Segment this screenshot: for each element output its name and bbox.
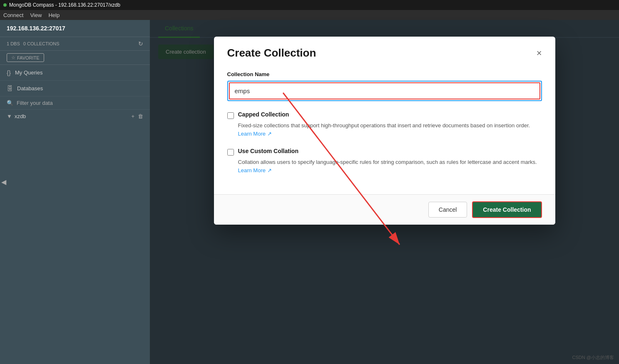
external-link-icon: ↗ — [267, 167, 272, 173]
star-icon: ☆ — [11, 55, 15, 60]
chevron-icon: ▼ — [7, 113, 12, 119]
sidebar-item-databases[interactable]: 🗄 Databases — [0, 81, 150, 97]
modal-close-button[interactable]: × — [537, 49, 542, 58]
collections-count: 0 COLLECTIONS — [23, 41, 60, 46]
menu-view[interactable]: View — [30, 12, 42, 18]
create-collection-modal: Create Collection × Collection Name Capp… — [214, 37, 555, 225]
capped-collection-label[interactable]: Capped Collection — [238, 111, 289, 118]
connection-label[interactable]: 192.168.136.22:27017 — [0, 20, 150, 37]
custom-collation-description: Collation allows users to specify langua… — [238, 158, 542, 174]
chevron-left-icon: ◀ — [1, 178, 6, 186]
delete-db-icon[interactable]: 🗑 — [138, 113, 143, 119]
sidebar-item-label: Databases — [17, 85, 43, 92]
add-db-icon[interactable]: + — [131, 113, 134, 119]
custom-collation-checkbox[interactable] — [227, 149, 234, 156]
databases-icon: 🗄 — [7, 85, 13, 92]
modal-header: Create Collection × — [214, 37, 555, 64]
collection-name-label: Collection Name — [227, 71, 542, 77]
collation-learn-more-link[interactable]: Learn More ↗ — [238, 167, 272, 173]
cancel-button[interactable]: Cancel — [428, 202, 467, 218]
dbs-count: 1 DBS — [7, 41, 20, 46]
custom-collation-section: Use Custom Collation Collation allows us… — [227, 148, 542, 174]
capped-collection-description: Fixed-size collections that support high… — [238, 121, 542, 138]
sidebar-favorite: ☆ FAVORITE — [0, 51, 150, 65]
capped-learn-more-link[interactable]: Learn More ↗ — [238, 131, 272, 137]
sidebar-stats: 1 DBS 0 COLLECTIONS ↻ — [0, 37, 150, 51]
sidebar-item-my-queries[interactable]: {} My Queries — [0, 65, 150, 81]
queries-icon: {} — [7, 69, 11, 76]
db-name: xzdb — [15, 113, 132, 119]
collection-name-wrapper — [227, 81, 542, 101]
capped-collection-section: Capped Collection Fixed-size collections… — [227, 111, 542, 138]
status-dot — [3, 3, 7, 7]
sidebar-collapse-button[interactable]: ◀ — [0, 174, 7, 191]
window-title: MongoDB Compass - 192.168.136.22:27017/x… — [9, 2, 120, 8]
collection-name-inner — [229, 82, 540, 99]
menu-help[interactable]: Help — [48, 12, 60, 18]
sidebar-db-item-xzdb[interactable]: ▼ xzdb + 🗑 — [0, 110, 150, 123]
sidebar-filter[interactable]: 🔍 Filter your data — [0, 97, 150, 110]
search-icon: 🔍 — [7, 100, 13, 106]
modal-title: Create Collection — [227, 47, 316, 59]
main-content: Collections Create collection Create Col… — [150, 20, 619, 364]
custom-collation-label[interactable]: Use Custom Collation — [238, 148, 298, 154]
modal-footer: Cancel Create Collection — [214, 194, 555, 225]
sidebar-item-label: My Queries — [15, 69, 42, 76]
collection-name-input[interactable] — [230, 83, 539, 99]
external-link-icon: ↗ — [267, 131, 272, 137]
app-layout: 192.168.136.22:27017 1 DBS 0 COLLECTIONS… — [0, 20, 619, 364]
filter-placeholder: Filter your data — [17, 100, 53, 106]
title-bar: MongoDB Compass - 192.168.136.22:27017/x… — [0, 0, 619, 10]
menu-connect[interactable]: Connect — [3, 12, 23, 18]
create-collection-submit-button[interactable]: Create Collection — [472, 201, 542, 218]
menu-bar: Connect View Help — [0, 10, 619, 20]
favorite-button[interactable]: ☆ FAVORITE — [7, 53, 44, 62]
capped-collection-checkbox[interactable] — [227, 112, 234, 119]
modal-overlay: Create Collection × Collection Name Capp… — [150, 20, 619, 364]
modal-body: Collection Name Capped Collection Fixed-… — [214, 64, 555, 194]
refresh-button[interactable]: ↻ — [138, 40, 143, 47]
sidebar: 192.168.136.22:27017 1 DBS 0 COLLECTIONS… — [0, 20, 150, 364]
